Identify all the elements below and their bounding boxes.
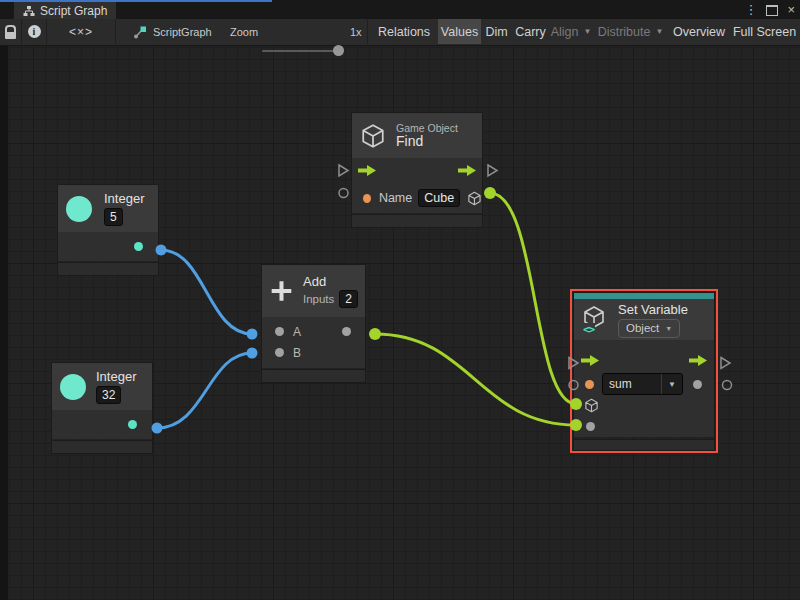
maximize-icon[interactable] xyxy=(766,5,778,16)
input-port-name[interactable] xyxy=(585,380,594,389)
align-caret-icon: ▼ xyxy=(583,27,591,36)
node-title: Add xyxy=(303,274,358,289)
output-port-value[interactable] xyxy=(693,380,702,389)
node-footer xyxy=(58,263,158,275)
selection-border: <> Set Variable Object ▼ sum xyxy=(570,289,718,453)
input-port-b[interactable] xyxy=(275,348,284,357)
window-controls: ⋮ × xyxy=(744,2,795,18)
kebab-menu-icon[interactable]: ⋮ xyxy=(744,2,757,18)
close-icon[interactable]: × xyxy=(787,2,795,18)
input-port-name[interactable] xyxy=(363,194,371,203)
integer-value-field[interactable]: 32 xyxy=(96,386,121,404)
dropdown-caret-icon: ▼ xyxy=(665,325,672,332)
info-icon: i xyxy=(28,25,41,38)
node-title: Set Variable xyxy=(618,302,688,317)
title-bar: Script Graph ⋮ × xyxy=(0,0,800,19)
gameobject-cube-icon xyxy=(360,123,386,149)
integer-value-field[interactable]: 5 xyxy=(104,208,123,226)
code-view-button[interactable]: <×> xyxy=(47,19,115,44)
node-footer xyxy=(52,441,152,453)
output-port-sum[interactable] xyxy=(342,327,351,336)
zoom-slider[interactable] xyxy=(262,50,344,52)
zoom-slider-handle[interactable] xyxy=(333,45,344,56)
output-port-value[interactable] xyxy=(128,420,137,429)
toolbar-button-dim[interactable]: Dim xyxy=(482,19,511,44)
code-brackets-icon: <> xyxy=(582,323,595,336)
graph-toolbar: i <×> ScriptGraph Zoom 1x Relations Valu… xyxy=(0,19,800,46)
inputs-label: Inputs xyxy=(303,293,334,305)
output-port-gameobject[interactable] xyxy=(467,190,482,207)
input-port-object[interactable] xyxy=(584,398,599,413)
node-footer xyxy=(352,215,482,227)
toolbar-button-align[interactable]: Align ▼ xyxy=(550,19,592,44)
name-label: Name xyxy=(379,191,412,205)
script-graph-icon xyxy=(133,25,147,39)
variable-kind-dropdown[interactable]: Object ▼ xyxy=(618,319,680,338)
node-set-variable[interactable]: <> Set Variable Object ▼ sum xyxy=(574,293,714,449)
node-title: Integer xyxy=(96,369,136,384)
node-title: Integer xyxy=(104,191,144,206)
node-title: Find xyxy=(396,134,458,149)
toolbar-button-relations[interactable]: Relations xyxy=(371,19,437,44)
tab-title: Script Graph xyxy=(40,4,107,18)
node-add[interactable]: Add Inputs 2 A B xyxy=(262,265,365,382)
flow-out-port[interactable] xyxy=(689,355,707,366)
name-value-field[interactable]: Cube xyxy=(418,189,460,207)
integer-icon xyxy=(66,196,92,222)
variable-name-dropdown[interactable]: sum ▼ xyxy=(602,373,683,395)
integer-icon xyxy=(60,374,86,400)
node-integer-bottom[interactable]: Integer 32 xyxy=(52,363,152,453)
zoom-value: 1x xyxy=(350,19,362,44)
toolbar-button-overview[interactable]: Overview xyxy=(669,19,729,44)
flow-in-port[interactable] xyxy=(358,165,376,176)
input-port-assign-value[interactable] xyxy=(586,422,595,431)
lock-icon xyxy=(5,25,16,39)
toolbar-button-carry[interactable]: Carry xyxy=(512,19,549,44)
code-view-icon: <×> xyxy=(69,25,93,39)
port-a-label: A xyxy=(293,325,301,339)
node-footer xyxy=(574,440,714,450)
lock-button[interactable] xyxy=(0,19,21,44)
toolbar-button-values[interactable]: Values xyxy=(438,19,481,44)
inputs-count-field[interactable]: 2 xyxy=(339,290,358,308)
graph-name-label: ScriptGraph xyxy=(153,26,212,38)
zoom-label: Zoom xyxy=(230,19,258,44)
dropdown-caret-icon: ▼ xyxy=(662,380,682,389)
flow-out-port[interactable] xyxy=(458,165,476,176)
input-port-a[interactable] xyxy=(275,327,284,336)
graph-name-widget[interactable]: ScriptGraph xyxy=(133,19,212,44)
tab-script-graph[interactable]: Script Graph xyxy=(14,2,116,19)
script-graph-window-icon xyxy=(23,5,35,17)
toolbar-button-distribute[interactable]: Distribute ▼ xyxy=(593,19,668,44)
distribute-caret-icon: ▼ xyxy=(655,27,663,36)
port-b-label: B xyxy=(293,346,301,360)
node-integer-top[interactable]: Integer 5 xyxy=(58,185,158,275)
node-gameobject-find[interactable]: Game Object Find Name Cube xyxy=(352,113,482,227)
left-edge-strip xyxy=(0,45,8,600)
node-footer xyxy=(262,370,365,382)
info-button[interactable]: i xyxy=(22,19,46,44)
add-icon xyxy=(269,277,294,305)
output-port-value[interactable] xyxy=(134,242,143,251)
flow-in-port[interactable] xyxy=(581,355,599,366)
toolbar-button-fullscreen[interactable]: Full Screen xyxy=(730,19,799,44)
